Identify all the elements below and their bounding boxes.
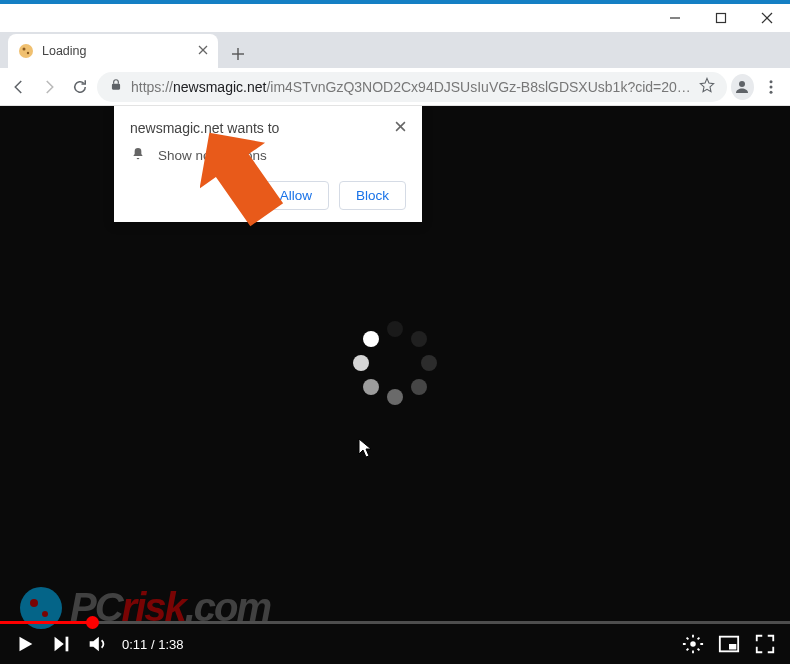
spinner-dot-icon [363, 379, 379, 395]
popup-close-button[interactable] [395, 120, 406, 135]
svg-point-15 [769, 90, 772, 93]
tab-strip: Loading [0, 32, 790, 68]
svg-point-12 [739, 81, 745, 87]
tab-favicon-icon [18, 43, 34, 59]
spinner-dot-icon [363, 331, 379, 347]
browser-toolbar: https://newsmagic.net/im4STvnGzQ3NOD2Cx9… [0, 68, 790, 106]
window-minimize-button[interactable] [652, 4, 698, 32]
notification-permission-popup: newsmagic.net wants to Show notification… [114, 106, 422, 222]
page-content: newsmagic.net wants to Show notification… [0, 106, 790, 664]
bell-icon [130, 146, 146, 165]
spinner-dot-icon [387, 389, 403, 405]
svg-point-19 [690, 641, 696, 647]
popup-permission-label: Show notifications [158, 148, 267, 163]
svg-point-5 [23, 48, 26, 51]
video-time-total: 1:38 [158, 637, 183, 652]
svg-rect-11 [112, 84, 120, 90]
allow-button[interactable]: Allow [263, 181, 329, 210]
tab-close-button[interactable] [198, 44, 208, 58]
block-button[interactable]: Block [339, 181, 406, 210]
url-text: https://newsmagic.net/im4STvnGzQ3NOD2Cx9… [131, 79, 691, 95]
address-bar[interactable]: https://newsmagic.net/im4STvnGzQ3NOD2Cx9… [97, 72, 727, 102]
mouse-cursor-icon [358, 438, 374, 462]
spinner-dot-icon [387, 321, 403, 337]
popup-title: newsmagic.net wants to [130, 120, 279, 136]
nav-reload-button[interactable] [67, 72, 93, 102]
svg-point-4 [19, 44, 33, 58]
video-time-sep: / [147, 637, 158, 652]
window-maximize-button[interactable] [698, 4, 744, 32]
video-time: 0:11 / 1:38 [122, 637, 183, 652]
spinner-dot-icon [421, 355, 437, 371]
bookmark-star-icon[interactable] [699, 77, 715, 96]
play-button[interactable] [14, 633, 36, 655]
miniplayer-button[interactable] [718, 633, 740, 655]
loading-spinner-icon [349, 317, 441, 409]
window-titlebar [0, 0, 790, 32]
url-scheme: https:// [131, 79, 173, 95]
new-tab-button[interactable] [224, 40, 252, 68]
window-close-button[interactable] [744, 4, 790, 32]
tab-title: Loading [42, 44, 190, 58]
svg-point-14 [769, 85, 772, 88]
url-host: newsmagic.net [173, 79, 266, 95]
next-button[interactable] [50, 633, 72, 655]
fullscreen-button[interactable] [754, 633, 776, 655]
nav-back-button[interactable] [6, 72, 32, 102]
svg-rect-21 [729, 644, 736, 650]
profile-avatar-button[interactable] [731, 74, 754, 100]
volume-button[interactable] [86, 633, 108, 655]
settings-button[interactable] [682, 633, 704, 655]
spinner-dot-icon [411, 379, 427, 395]
spinner-dot-icon [353, 355, 369, 371]
url-path: /im4STvnGzQ3NOD2Cx94DJSUsIuVGz-B8slGDSXU… [266, 79, 690, 95]
svg-rect-18 [66, 637, 69, 652]
video-controls: 0:11 / 1:38 [0, 624, 790, 664]
lock-icon [109, 78, 123, 95]
svg-point-6 [27, 52, 29, 54]
popup-permission-row: Show notifications [130, 146, 406, 165]
svg-point-13 [769, 80, 772, 83]
browser-tab[interactable]: Loading [8, 34, 218, 68]
browser-menu-button[interactable] [758, 72, 784, 102]
video-time-current: 0:11 [122, 637, 147, 652]
svg-rect-1 [717, 14, 726, 23]
nav-forward-button[interactable] [36, 72, 62, 102]
spinner-dot-icon [411, 331, 427, 347]
